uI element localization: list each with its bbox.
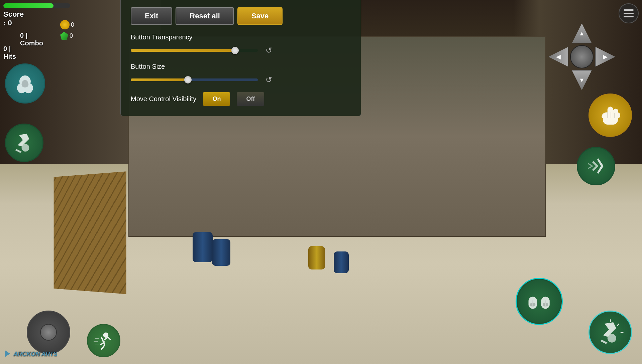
guard-icon (524, 286, 554, 316)
barrel-blue-1 (193, 232, 213, 262)
hits-separator: | (9, 45, 11, 52)
dash-button[interactable] (577, 147, 615, 185)
punch-gold-button[interactable] (588, 94, 632, 137)
dpad-left-arrow: ◀ (556, 53, 561, 60)
transparency-setting: Button Transparency ↺ (131, 33, 351, 56)
dpad-center (570, 45, 594, 68)
transparency-label: Button Transparency (131, 33, 351, 41)
wood-pallet (54, 171, 126, 294)
size-slider-track[interactable] (131, 78, 258, 81)
svg-rect-22 (624, 16, 634, 17)
menu-button[interactable] (619, 3, 639, 23)
punch-gold-icon (596, 101, 625, 130)
transparency-slider-container: ↺ (131, 44, 351, 56)
size-slider-container: ↺ (131, 74, 351, 85)
svg-marker-19 (5, 350, 10, 357)
special-icon (596, 318, 625, 347)
coins-value: 0 (71, 21, 74, 28)
svg-rect-21 (624, 13, 634, 14)
combo-value: 0 (20, 32, 24, 39)
panel-buttons: Exit Reset all Save (131, 7, 351, 25)
barrel-blue-3 (334, 251, 349, 273)
reset-button[interactable]: Reset all (176, 7, 234, 25)
score-value: 0 (8, 19, 12, 27)
run-button[interactable] (87, 324, 120, 357)
settings-panel: Exit Reset all Save Button Transparency … (120, 0, 361, 116)
save-button[interactable]: Save (237, 7, 283, 25)
menu-icon (624, 9, 634, 17)
visibility-label: Move Control Visibility (131, 95, 196, 103)
muscle-button[interactable] (5, 63, 45, 104)
svg-rect-20 (624, 9, 634, 11)
hits-value: 0 (3, 45, 7, 52)
score-label: Score : (3, 10, 24, 27)
logo-svg: ARCKON ARTS (3, 349, 57, 359)
joystick-inner (40, 324, 57, 341)
size-slider-thumb[interactable] (184, 76, 192, 83)
kick-icon (11, 130, 37, 155)
dash-icon (583, 153, 609, 179)
size-label: Button Size (131, 63, 351, 70)
health-bar-container (3, 3, 70, 8)
exit-button[interactable]: Exit (131, 7, 172, 25)
transparency-slider-track[interactable] (131, 49, 258, 52)
muscle-icon (12, 70, 38, 97)
transparency-slider-thumb[interactable] (231, 47, 239, 54)
dpad-down-button[interactable]: ▼ (572, 70, 592, 90)
barrel-yellow (308, 246, 325, 269)
guard-button[interactable] (517, 279, 562, 324)
score-display: Score : 0 (3, 10, 24, 27)
transparency-reset-icon[interactable]: ↺ (263, 44, 275, 56)
hits-label: Hits (3, 53, 16, 60)
joystick[interactable] (27, 311, 70, 354)
size-reset-icon[interactable]: ↺ (263, 74, 275, 85)
dpad-right-arrow: ▶ (603, 53, 608, 60)
hits-display: 0 | Hits (3, 45, 16, 60)
transparency-slider-fill (131, 49, 235, 52)
visibility-setting: Move Control Visibility On Off (131, 92, 351, 106)
gems-display: 0 (60, 32, 73, 40)
dpad: ▲ ▼ ◀ ▶ (548, 23, 615, 90)
health-bar-background (3, 3, 70, 8)
combo-label: Combo (20, 39, 43, 47)
svg-text:ARCKON ARTS: ARCKON ARTS (13, 351, 57, 357)
size-slider-remaining (188, 78, 258, 81)
dpad-down-arrow: ▼ (579, 77, 585, 84)
coin-icon (60, 20, 70, 29)
logo: ARCKON ARTS (3, 349, 57, 361)
gem-icon (60, 32, 68, 40)
size-slider-fill (131, 78, 188, 81)
dpad-up-arrow: ▲ (579, 30, 585, 37)
svg-point-14 (607, 334, 616, 342)
svg-point-0 (22, 144, 29, 152)
barrel-blue-2 (212, 239, 230, 266)
run-icon (93, 330, 115, 352)
kick-button[interactable] (5, 124, 43, 162)
svg-line-16 (617, 324, 619, 326)
health-bar-fill (3, 3, 54, 8)
special-button[interactable] (588, 311, 632, 354)
size-setting: Button Size ↺ (131, 63, 351, 85)
visibility-on-button[interactable]: On (203, 92, 230, 106)
gems-value: 0 (70, 32, 73, 39)
combo-display: 0 | Combo (20, 32, 43, 47)
dpad-up-button[interactable]: ▲ (572, 23, 592, 43)
dpad-left-button[interactable]: ◀ (548, 47, 568, 67)
dpad-right-button[interactable]: ▶ (595, 47, 615, 67)
visibility-off-button[interactable]: Off (237, 92, 264, 106)
combo-separator: | (26, 32, 28, 39)
coins-display: 0 (60, 20, 74, 29)
